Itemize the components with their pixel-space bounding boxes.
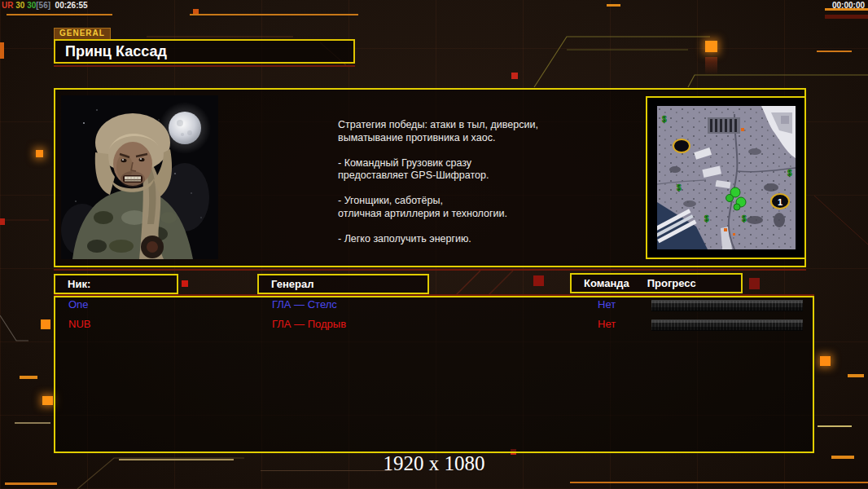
supply-dot	[741, 128, 744, 131]
progress-bar	[651, 300, 803, 311]
decor-square	[533, 275, 544, 286]
minimap-money-marker: $	[704, 214, 709, 223]
decor-dash	[190, 14, 358, 15]
column-label: Ник:	[68, 278, 90, 290]
column-header-general: Генерал	[257, 274, 429, 294]
strategy-briefing-text: Стратегия победы: атаки в тыл, диверсии,…	[338, 119, 607, 245]
player-name: NUB	[68, 317, 90, 332]
player-name: One	[68, 297, 89, 312]
column-label: Генерал	[271, 278, 313, 290]
decor-dash	[7, 14, 112, 15]
decor-square	[749, 278, 760, 289]
decor-square	[41, 319, 50, 329]
decor-square	[0, 218, 5, 225]
player-general: ГЛА — Подрыв	[272, 317, 346, 332]
general-portrait	[61, 95, 218, 259]
debug-seg: [56]	[36, 1, 53, 10]
decor-dash	[825, 15, 868, 19]
start-marker-number: 1	[778, 197, 783, 207]
debug-overlay: UR 30 30[56] 00:26:55	[2, 1, 88, 10]
resolution-label: 1920 x 1080	[0, 452, 868, 475]
decor-dash	[818, 425, 852, 427]
minimap-money-marker: $	[677, 183, 682, 192]
player-general: ГЛА — Стелс	[272, 297, 337, 312]
column-label: Прогресс	[647, 277, 696, 289]
decor-dash	[15, 422, 50, 424]
minimap: $ $ $ $ $ 1	[657, 106, 796, 249]
column-header-nick: Ник:	[54, 274, 178, 294]
general-title-box: Принц Кассад	[54, 39, 355, 64]
decor-reflection	[705, 57, 717, 75]
game-clock: 00:00:00	[832, 1, 865, 10]
decor-square	[182, 280, 188, 287]
decor-dash	[848, 374, 864, 377]
progress-bar	[651, 319, 803, 331]
decor-dash	[20, 376, 37, 379]
decor-underline	[54, 65, 355, 67]
decor-square	[42, 396, 53, 405]
page-title: Принц Кассад	[65, 43, 167, 60]
decor-square	[705, 41, 717, 52]
column-label: Команда	[584, 277, 629, 289]
minimap-money-marker: $	[662, 115, 667, 124]
moon-icon	[169, 112, 201, 144]
decor-dash	[607, 4, 620, 7]
minimap-money-marker: $	[787, 169, 792, 178]
decor-dash	[817, 51, 852, 52]
decor-square	[36, 150, 43, 157]
debug-seg: 00:26:55	[53, 1, 88, 10]
minimap-money-marker: $	[742, 214, 747, 223]
debug-seg: 30	[15, 1, 27, 10]
decor-square	[511, 73, 518, 79]
decor-bar	[0, 42, 4, 59]
column-header-team-progress: Команда Прогресс	[570, 273, 743, 293]
decor-dash	[570, 482, 868, 483]
decor-underline	[54, 269, 806, 271]
decor-dash	[5, 482, 57, 485]
debug-seg: 30	[27, 1, 36, 10]
debug-seg: UR	[2, 1, 15, 10]
loading-screen: UR 30 30[56] 00:26:55 00:00:00 GENERAL П…	[0, 0, 868, 489]
minimap-start-marker	[673, 139, 690, 152]
player-team: Нет	[598, 297, 616, 312]
player-team: Нет	[598, 317, 616, 332]
decor-square	[820, 356, 831, 366]
